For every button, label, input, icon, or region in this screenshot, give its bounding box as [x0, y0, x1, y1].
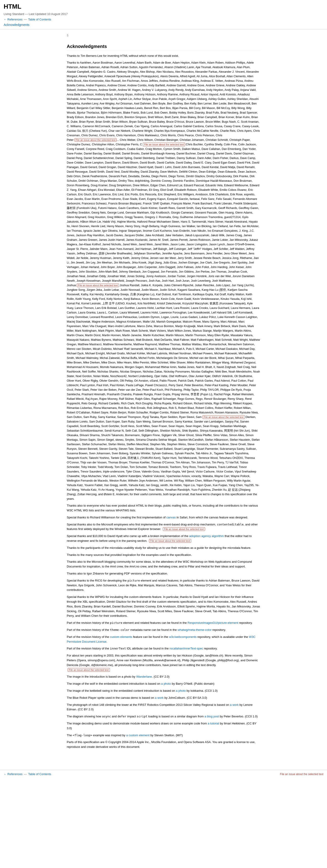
paragraph-25: The <flag-loop> example was inspired by … — [67, 733, 260, 738]
custom-elements-link[interactable]: custom elements — [110, 635, 132, 639]
picture-repo-link[interactable]: ResponsiveImagesGU/picture-element — [188, 621, 238, 624]
header-references-link[interactable]: ← References — [4, 17, 23, 22]
paragraph-18: The image in the introduction is based o… — [67, 675, 260, 679]
inline-issue-btn-1[interactable]: File an issue about the selected text — [74, 138, 117, 142]
header-subtitle: Living Standard — Last Updated 10 August… — [4, 12, 323, 17]
paragraph-6: Special thanks and $10,000 to David Hyat… — [67, 534, 260, 544]
paragraph-23: The diagram showing how async and defer … — [67, 714, 260, 719]
paragraph-26: Parts of this specification are © Copyri… — [67, 740, 260, 749]
paragraph-16: Part of the revision history of the inne… — [67, 646, 260, 651]
header-toc-link[interactable]: Table of Contents — [28, 17, 51, 22]
inline-issue-btn-7[interactable]: File an issue about the selected text — [68, 668, 110, 672]
paragraph-15: Part of the revision history of the cust… — [67, 635, 260, 644]
custom-element-link[interactable]: a custom element — [126, 734, 150, 737]
footer-sep: — — [24, 772, 27, 776]
paragraph-9: Thanks also to the Microsoft blogging co… — [67, 559, 260, 569]
main-content: § Acknowledgments Thanks to Tim Berners-… — [61, 29, 266, 761]
adoption-agency-link[interactable]: adoption agency algorithm — [189, 534, 224, 538]
wanderlane-link[interactable]: Wanderlane — [136, 675, 152, 678]
footer-nav: ← References — Table of Contents File an… — [0, 770, 327, 778]
w3c-license-link[interactable]: W3C Permissive Document License — [67, 635, 256, 643]
paragraph-4: Special thanks to Richard Williamson for… — [67, 515, 260, 520]
paragraph-10: Thanks also to Igor Zhbanov for generati… — [67, 571, 260, 576]
kettlebell-photo-link[interactable]: a photo — [176, 689, 186, 692]
paragraph-21: The Blue Robot Player sprite used in the… — [67, 695, 260, 700]
paragraph-8: Thanks to the many sources that provided… — [67, 553, 260, 557]
paragraph-3: Thanks also to everyone who has ever pos… — [67, 503, 260, 513]
blog-post-link[interactable]: a blog post — [205, 715, 219, 718]
robot-photo-link[interactable]: a work — [230, 703, 239, 707]
paragraph-13: Part of the revision history of the pict… — [67, 621, 260, 625]
paragraph-12: Special thanks to the WPWG for incubatin… — [67, 595, 260, 618]
inline-issue-btn-2[interactable]: File an issue about the selected text — [143, 143, 185, 146]
inline-issue-btn-6[interactable]: File an issue about the selected text — [149, 539, 191, 543]
paragraph-20: The image of the kettlebell swing in the… — [67, 688, 260, 693]
paragraph-24: The image decoding demo used to demonstr… — [67, 721, 260, 731]
tutorial-link[interactable]: a tutorial — [208, 722, 219, 725]
header-title: HTML — [4, 2, 323, 11]
canvas-link[interactable]: canvas — [166, 516, 176, 519]
wolf-photo-link[interactable]: a photo — [161, 682, 171, 685]
innertext-spec-link[interactable]: rocallahan/innerText-spec — [169, 647, 203, 650]
header-nav: ← References — Table of Contents — [4, 17, 323, 22]
header-nav-sep: — — [24, 17, 27, 22]
webcomponents-repo-link[interactable]: w3c/webcomponents — [169, 635, 196, 639]
page-header: HTML Living Standard — Last Updated 10 A… — [0, 0, 327, 29]
paragraph-2: Thanks to Aankhen, Aaron Boodman, Aaron … — [67, 60, 260, 501]
paragraph-17: For about ten years starting in 2003, th… — [67, 653, 260, 672]
footer-toc-link[interactable]: Table of Contents — [28, 772, 51, 776]
blue-robot-link[interactable]: a work — [155, 696, 164, 700]
section-title: Acknowledgments — [67, 43, 260, 51]
footer-issue-btn[interactable]: File an issue about the selected text — [280, 772, 323, 776]
section-marker: § — [67, 33, 260, 37]
inline-issue-btn-5[interactable]: File an issue about the selected text — [163, 527, 205, 531]
inline-issue-btn-4[interactable]: File an issue about the selected text — [202, 415, 245, 419]
footer-references-link[interactable]: ← References — [4, 772, 23, 776]
paragraph-1: Thanks to Tim Berners-Lee for inventing … — [67, 54, 260, 58]
acknowledgments-header-link[interactable]: Acknowledgments — [4, 23, 30, 27]
paragraph-7: Thanks to the participants of the microd… — [67, 546, 260, 551]
paragraph-14: Part of the revision history of the them… — [67, 628, 260, 632]
theme-color-repo-link[interactable]: whatwg/meta-theme-color — [177, 628, 211, 631]
paragraph-11: Special thanks to the RICG for developin… — [67, 578, 260, 592]
paragraph-22: The photograph of robot 148 climbing the… — [67, 703, 260, 712]
paragraph-19: The image of the wolf in the embedded co… — [67, 682, 260, 686]
inline-issue-btn-3[interactable]: File an issue about the selected text — [77, 283, 119, 287]
paragraph-5: Special thanks also to the Microsoft emp… — [67, 522, 260, 532]
section-number: § — [67, 33, 68, 37]
